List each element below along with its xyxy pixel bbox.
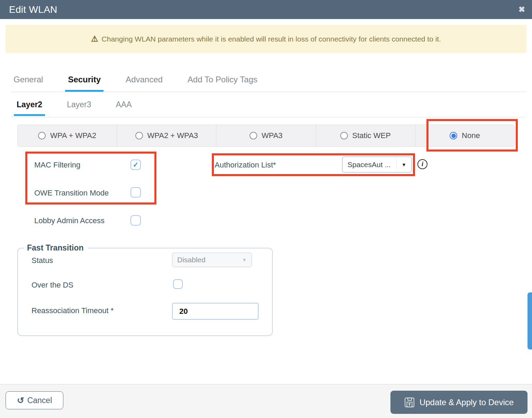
warning-text: Changing WLAN parameters while it is ena… — [102, 35, 441, 43]
info-icon[interactable]: i — [417, 159, 427, 169]
update-apply-button-label: Update & Apply to Device — [420, 398, 514, 407]
authorization-list-dropdown[interactable]: SpacesAut ... ▼ — [342, 156, 412, 173]
tab-advanced[interactable]: Advanced — [124, 73, 165, 91]
security-mode-label: None — [462, 131, 480, 140]
lobby-admin-access-label: Lobby Admin Access — [34, 216, 105, 225]
security-mode-static-wep[interactable]: Static WEP — [316, 125, 415, 146]
scrollbar-thumb[interactable] — [528, 292, 532, 349]
close-icon[interactable]: ✖ — [519, 6, 525, 13]
authorization-list-value: SpacesAut ... — [343, 161, 396, 169]
mac-filtering-checkbox[interactable]: ✓ — [130, 160, 141, 170]
radio-unselected-icon[interactable] — [135, 132, 143, 139]
security-mode-label: WPA + WPA2 — [50, 131, 96, 140]
lobby-admin-access-checkbox[interactable] — [130, 215, 141, 226]
fast-transition-legend: Fast Transition — [24, 243, 88, 253]
tab-general[interactable]: General — [11, 73, 45, 91]
reassociation-timeout-label: Reassociation Timeout * — [31, 306, 114, 315]
edit-wlan-modal: Edit WLAN ✖ ⚠ Changing WLAN parameters w… — [0, 0, 532, 418]
tab-security[interactable]: Security — [66, 73, 103, 91]
over-the-ds-label: Over the DS — [31, 281, 73, 290]
reassociation-timeout-input[interactable] — [172, 303, 259, 320]
layer2-security-mode-group: WPA + WPA2 WPA2 + WPA3 WPA3 Static WEP N… — [17, 125, 515, 147]
cancel-button[interactable]: ↺ Cancel — [6, 391, 63, 409]
main-tabs: General Security Advanced Add To Policy … — [11, 73, 526, 92]
radio-unselected-icon[interactable] — [340, 132, 348, 139]
radio-unselected-icon[interactable] — [38, 132, 46, 139]
over-the-ds-checkbox[interactable] — [173, 279, 183, 289]
security-mode-wpa2-wpa3[interactable]: WPA2 + WPA3 — [117, 125, 216, 146]
subtab-layer3[interactable]: Layer3 — [65, 99, 93, 115]
update-apply-button[interactable]: Update & Apply to Device — [390, 391, 528, 414]
security-subtabs: Layer2 Layer3 AAA — [11, 99, 526, 117]
subtab-aaa[interactable]: AAA — [114, 99, 134, 115]
save-icon — [404, 397, 415, 408]
status-dropdown[interactable]: Disabled ▼ — [172, 253, 252, 267]
radio-unselected-icon[interactable] — [250, 132, 257, 139]
owe-transition-mode-label: OWE Transition Mode — [34, 189, 109, 198]
status-label: Status — [31, 256, 53, 265]
page-title: Edit WLAN — [9, 4, 57, 15]
warning-icon: ⚠ — [91, 34, 98, 44]
warning-banner: ⚠ Changing WLAN parameters while it is e… — [6, 25, 526, 53]
security-mode-label: WPA2 + WPA3 — [147, 131, 198, 140]
chevron-down-icon: ▼ — [237, 257, 252, 263]
radio-selected-icon[interactable] — [450, 132, 457, 139]
undo-icon: ↺ — [17, 396, 24, 405]
check-icon: ✓ — [133, 161, 139, 169]
chevron-down-icon: ▼ — [397, 162, 411, 167]
footer-bar: ↺ Cancel Update & Apply to Device — [0, 384, 532, 418]
tab-add-to-policy-tags[interactable]: Add To Policy Tags — [186, 73, 260, 91]
security-mode-label: Static WEP — [352, 131, 391, 140]
mac-filtering-label: MAC Filtering — [34, 161, 80, 170]
security-mode-label: WPA3 — [262, 131, 283, 140]
security-mode-none[interactable]: None — [415, 125, 514, 146]
cancel-button-label: Cancel — [27, 396, 52, 405]
subtab-layer2[interactable]: Layer2 — [15, 99, 44, 115]
status-value: Disabled — [172, 256, 237, 264]
modal-header: Edit WLAN ✖ — [0, 0, 532, 19]
authorization-list-label: Authorization List* — [215, 161, 276, 170]
security-mode-wpa3[interactable]: WPA3 — [216, 125, 315, 146]
security-mode-wpa-wpa2[interactable]: WPA + WPA2 — [18, 125, 117, 146]
owe-transition-mode-checkbox[interactable] — [130, 187, 141, 198]
